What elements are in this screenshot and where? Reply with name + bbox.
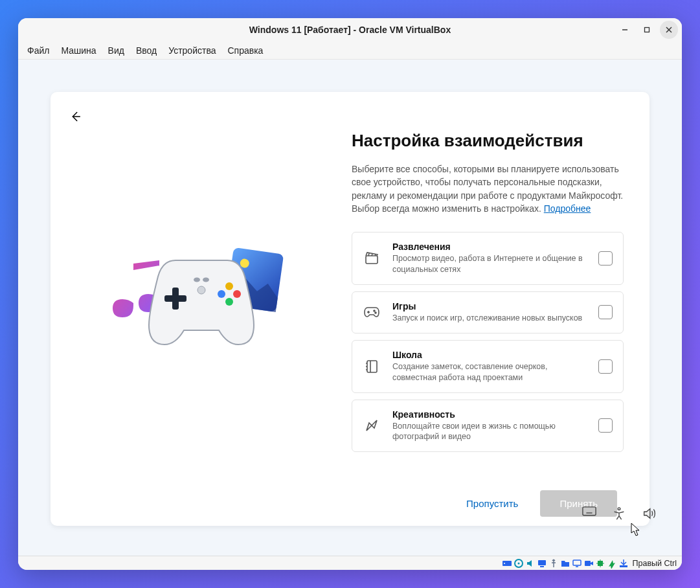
sb-audio-icon[interactable] [525, 558, 536, 569]
oobe-heading: Настройка взаимодействия [352, 131, 624, 151]
option-checkbox[interactable] [598, 418, 613, 433]
svg-point-13 [194, 278, 200, 282]
menu-file[interactable]: Файл [22, 44, 54, 57]
sb-usb-icon[interactable] [548, 558, 559, 569]
svg-rect-43 [620, 565, 627, 567]
oobe-body: Настройка взаимодействия Выберите все сп… [51, 92, 649, 481]
svg-point-32 [618, 508, 620, 510]
sb-display-icon[interactable] [572, 558, 582, 569]
sb-recording-icon[interactable] [583, 558, 594, 569]
svg-point-10 [218, 290, 225, 298]
svg-rect-39 [573, 560, 581, 565]
option-desc: Воплощайте свои идеи в жизнь с помощью ф… [392, 421, 587, 443]
back-button[interactable] [65, 106, 85, 127]
menu-input[interactable]: Ввод [131, 44, 162, 57]
svg-point-15 [198, 286, 205, 294]
option-gaming[interactable]: Игры Запуск и поиск игр, отслеживание но… [352, 291, 624, 334]
maximize-button[interactable] [638, 21, 656, 39]
svg-point-11 [233, 290, 241, 298]
svg-rect-42 [598, 561, 603, 566]
option-text: Школа Создание заметок, составление очер… [392, 350, 587, 383]
menu-machine[interactable]: Машина [56, 44, 101, 57]
window-title: Windows 11 [Работает] - Oracle VM Virtua… [249, 25, 451, 35]
option-desc: Просмотр видео, работа в Интернете и общ… [392, 253, 587, 275]
menu-devices[interactable]: Устройства [163, 44, 221, 57]
sb-shared-folders-icon[interactable] [560, 558, 570, 569]
svg-point-36 [517, 562, 519, 564]
hostkey-label: Правый Ctrl [633, 559, 677, 568]
svg-rect-1 [645, 28, 649, 32]
sb-mouse-integration-icon[interactable] [607, 558, 617, 569]
oobe-footer: Пропустить Принять [51, 481, 649, 526]
option-desc: Запуск и поиск игр, отслеживание новых в… [392, 313, 587, 324]
sb-harddisk-icon[interactable] [502, 558, 512, 569]
option-desc: Создание заметок, составление очерков, с… [392, 361, 587, 383]
titlebar: Windows 11 [Работает] - Oracle VM Virtua… [18, 18, 682, 41]
option-title: Развлечения [392, 242, 587, 252]
svg-rect-21 [367, 361, 377, 372]
sb-hostkey-icon[interactable] [618, 558, 629, 569]
close-button[interactable] [660, 21, 678, 39]
gamepad-icon [363, 303, 381, 321]
option-checkbox[interactable] [598, 305, 613, 319]
svg-rect-16 [366, 256, 378, 264]
option-text: Игры Запуск и поиск игр, отслеживание но… [392, 301, 587, 324]
option-school[interactable]: Школа Создание заметок, составление очер… [352, 340, 624, 393]
sb-network-icon[interactable] [537, 558, 547, 569]
option-title: Игры [392, 301, 587, 311]
oobe-card: Настройка взаимодействия Выберите все сп… [51, 92, 649, 526]
sb-optical-icon[interactable] [514, 558, 524, 569]
svg-rect-8 [164, 295, 186, 302]
option-creativity[interactable]: Креативность Воплощайте свои идеи в жизн… [352, 400, 624, 453]
option-checkbox[interactable] [598, 359, 613, 374]
option-checkbox[interactable] [598, 251, 613, 266]
oobe-subtext: Выберите все способы, которыми вы планир… [352, 163, 624, 215]
skip-button[interactable]: Пропустить [456, 492, 528, 515]
svg-point-34 [504, 563, 505, 564]
svg-rect-37 [538, 560, 546, 565]
accessibility-icon[interactable] [612, 506, 626, 521]
keyboard-icon[interactable] [582, 506, 596, 521]
svg-rect-41 [585, 561, 591, 566]
notebook-icon [363, 357, 381, 376]
guest-tray [582, 506, 656, 521]
pen-brush-icon [363, 416, 381, 435]
svg-point-20 [375, 312, 376, 313]
oobe-illustration [76, 131, 326, 481]
clapperboard-icon [363, 249, 381, 267]
guest-display: Настройка взаимодействия Выберите все сп… [18, 60, 682, 556]
vbox-statusbar: Правый Ctrl [18, 556, 682, 570]
svg-rect-26 [583, 507, 596, 515]
options-list: Развлечения Просмотр видео, работа в Инт… [352, 232, 624, 452]
window-controls [616, 21, 678, 39]
oobe-right-column: Настройка взаимодействия Выберите все сп… [352, 131, 624, 481]
svg-point-19 [374, 310, 375, 311]
option-entertainment[interactable]: Развлечения Просмотр видео, работа в Инт… [352, 232, 624, 285]
option-title: Школа [392, 350, 587, 360]
learn-more-link[interactable]: Подробнее [544, 203, 591, 214]
menu-help[interactable]: Справка [222, 44, 268, 57]
option-text: Развлечения Просмотр видео, работа в Инт… [392, 242, 587, 275]
svg-point-12 [225, 298, 233, 306]
sb-cpu-icon[interactable] [595, 558, 605, 569]
minimize-button[interactable] [616, 21, 634, 39]
svg-point-14 [203, 278, 209, 282]
virtualbox-window: Windows 11 [Работает] - Oracle VM Virtua… [18, 18, 682, 570]
svg-rect-38 [540, 566, 544, 567]
menu-view[interactable]: Вид [103, 44, 130, 57]
menubar: Файл Машина Вид Ввод Устройства Справка [18, 41, 682, 60]
option-title: Креативность [392, 409, 587, 420]
volume-icon[interactable] [642, 506, 656, 521]
svg-point-9 [225, 282, 233, 290]
option-text: Креативность Воплощайте свои идеи в жизн… [392, 409, 587, 443]
